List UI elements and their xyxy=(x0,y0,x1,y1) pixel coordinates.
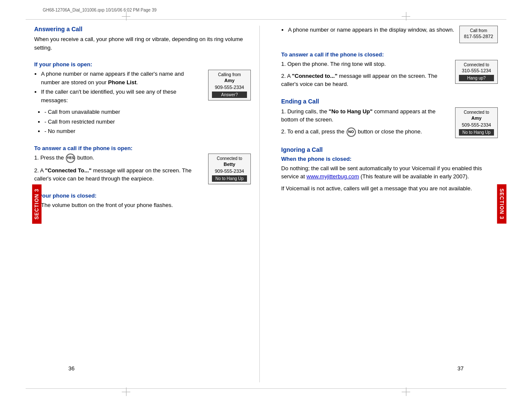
step1-text: 1. Press the xyxy=(34,154,64,161)
answering-a-call-section: Answering a Call When you receive a call… xyxy=(34,26,251,55)
screen1-line1: Calling from xyxy=(212,72,247,77)
sub-bullets: Call from unavailable number Call from r… xyxy=(44,108,251,136)
sub-bullet-restricted: Call from restricted number xyxy=(44,118,251,126)
bottom-rule xyxy=(26,388,506,389)
ignore-para2: If Voicemail is not active, callers will… xyxy=(281,184,498,193)
ending-line2: Amy xyxy=(459,115,494,121)
ending-step2-rest: button or close the phone. xyxy=(358,128,422,135)
ending-line1: Connected to xyxy=(459,110,494,115)
step2-closed-bold: "Connected to..." xyxy=(292,73,337,79)
phone-closed-heading: If your phone is closed: xyxy=(34,192,251,199)
calling-from-screen: Calling from Amy 909-555-2334 Answer? xyxy=(208,70,251,101)
page-number-left: 36 xyxy=(68,365,74,372)
step2-intro: 2. A xyxy=(34,167,44,174)
ending-screen: Connected to Amy 509-555-2334 No to Hang… xyxy=(455,107,498,138)
call-from-section: Call from 817-555-2872 A phone number or… xyxy=(281,26,498,45)
ignore-link[interactable]: www.myjitterbug.com xyxy=(306,173,359,180)
connected-button: Hang up? xyxy=(459,75,494,81)
ending-button: No to Hang Up xyxy=(459,129,494,136)
ignoring-call-section: Ignoring a Call When the phone is closed… xyxy=(281,146,498,196)
phone-closed-bullets: The volume button on the front of your p… xyxy=(41,201,251,210)
sub-bullet-no-number: No number xyxy=(44,127,251,136)
ignore-para1: Do nothing; the call will be sent automa… xyxy=(281,164,498,181)
page-num-left-text: 36 xyxy=(68,365,74,372)
phone-list-bold: Phone List xyxy=(108,79,136,86)
call-from-screen: Call from 817-555-2872 xyxy=(459,26,498,43)
ending-step1-intro: 1. During calls, the xyxy=(281,108,327,115)
connected-to-screen: Connected to Betty 909-555-2334 No to Ha… xyxy=(208,154,251,184)
answer-closed-section: To answer a call if the phone is closed:… xyxy=(281,51,498,92)
crosshair-bottom-right xyxy=(402,387,410,396)
left-column: SECTION 3 Answering a Call When you rece… xyxy=(34,26,260,382)
step2-closed-intro: 2. A xyxy=(281,73,291,79)
ending-content: Connected to Amy 509-555-2334 No to Hang… xyxy=(281,107,498,140)
screen1-button: Answer? xyxy=(212,92,247,98)
crosshair-top-right xyxy=(402,12,410,21)
screen2-line2: Betty xyxy=(212,162,247,167)
right-column: SECTION 3 Call from 817-555-2872 A phone… xyxy=(277,26,498,382)
file-header: GH68-12706A_Dial_101006.qxp 10/16/06 6:0… xyxy=(43,8,156,12)
screen2-button: No to Hang Up xyxy=(212,175,247,182)
phone-open-section: If your phone is open: Calling from Amy … xyxy=(34,61,251,139)
step1-rest: button. xyxy=(77,154,94,161)
connected-closed-screen: Connected to 310-555-1234 Hang up? xyxy=(455,60,498,84)
section-label-right: SECTION 3 xyxy=(497,184,506,224)
section-label-left: SECTION 3 xyxy=(32,184,41,224)
closed-bullet-volume: The volume button on the front of your p… xyxy=(41,201,251,210)
ending-step2-intro: 2. To end a call, press the xyxy=(281,128,344,135)
sub-bullet-unavailable: Call from unavailable number xyxy=(44,108,251,116)
answer-open-content: Connected to Betty 909-555-2334 No to Ha… xyxy=(34,154,251,186)
connected-line1: Connected to xyxy=(459,62,494,67)
ignoring-heading: Ignoring a Call xyxy=(281,146,498,153)
answering-heading: Answering a Call xyxy=(34,26,251,33)
no-button-circle: NO xyxy=(347,127,356,137)
screen2-line1: Connected to xyxy=(212,156,247,161)
answer-closed-content: Connected to 310-555-1234 Hang up? 1. Op… xyxy=(281,60,498,92)
crosshair-top-left xyxy=(122,12,130,21)
page-number-right: 37 xyxy=(458,365,464,372)
screen1-line2: Amy xyxy=(212,78,247,83)
connected-line2: 310-555-1234 xyxy=(459,68,494,73)
ending-line3: 509-555-2334 xyxy=(459,122,494,127)
phone-open-content: Calling from Amy 909-555-2334 Answer? A … xyxy=(34,70,251,139)
when-closed-heading: When the phone is closed: xyxy=(281,156,498,162)
phone-open-heading: If your phone is open: xyxy=(34,61,251,68)
yes-button-circle: YES xyxy=(66,154,75,163)
screen2-line3: 909-555-2334 xyxy=(212,169,247,174)
file-header-text: GH68-12706A_Dial_101006.qxp 10/16/06 6:0… xyxy=(43,8,156,12)
phone-closed-section: If your phone is closed: The volume butt… xyxy=(34,192,251,213)
top-rule xyxy=(26,19,506,20)
ending-call-section: Ending a Call Connected to Amy 509-555-2… xyxy=(281,98,498,140)
ending-step1-bold: "No to Hang Up" xyxy=(329,108,373,115)
call-from-line1: Call from xyxy=(463,28,494,33)
page-container: GH68-12706A_Dial_101006.qxp 10/16/06 6:0… xyxy=(0,0,532,408)
answer-closed-heading: To answer a call if the phone is closed: xyxy=(281,51,498,58)
ignore-para1-end: (This feature will be available in early… xyxy=(361,173,469,180)
page-num-right-text: 37 xyxy=(458,365,464,372)
answer-open-section: To answer a call if the phone is open: C… xyxy=(34,145,251,186)
answer-open-heading: To answer a call if the phone is open: xyxy=(34,145,251,151)
step2-bold: "Connected To..." xyxy=(45,167,91,174)
call-from-line2: 817-555-2872 xyxy=(463,34,494,39)
ending-heading: Ending a Call xyxy=(281,98,498,105)
crosshair-bottom-left xyxy=(122,387,130,396)
answering-intro: When you receive a call, your phone will… xyxy=(34,35,251,52)
screen1-line3: 909-555-2334 xyxy=(212,85,247,90)
columns: SECTION 3 Answering a Call When you rece… xyxy=(34,26,498,382)
